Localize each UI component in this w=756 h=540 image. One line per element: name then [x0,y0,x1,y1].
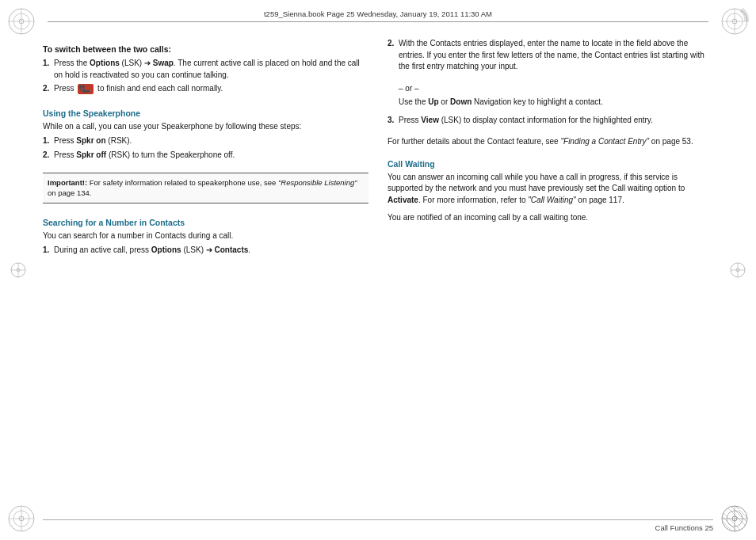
left-column: To switch between the two calls: 1. Pres… [43,38,368,508]
searching-item-1: 1. During an active call, press Options … [54,245,368,257]
page: t259_Sienna.book Page 25 Wednesday, Janu… [0,0,756,540]
use-line: Use the Up or Down Navigation key to hig… [399,97,713,108]
or-line: – or – [399,83,713,95]
call-waiting-para1: You can answer an incoming call while yo… [388,172,713,207]
svg-line-27 [722,521,732,531]
switch-calls-title: To switch between the two calls: [43,44,368,54]
corner-decoration-tl [6,6,36,36]
speakerphone-title: Using the Speakerphone [43,108,368,118]
phone-icon: 📞 [78,84,94,94]
important-label: Important!: [48,178,87,187]
corner-decoration-br [720,504,750,534]
important-text: For safety information related to speake… [48,178,357,197]
content-area: To switch between the two calls: 1. Pres… [43,38,713,508]
important-box: Important!: For safety information relat… [43,173,368,203]
call-waiting-para2: You are notified of an incoming call by … [388,212,713,224]
footer-right: Call Functions 25 [655,523,713,532]
contacts-item-3: 3. Press View (LSK) to display contact i… [399,115,713,127]
switch-calls-list: 1. Press the Options (LSK) ➔ Swap. The c… [54,58,368,97]
searching-intro: You can search for a number in Contacts … [43,230,368,242]
contacts-item-2-text: With the Contacts entries displayed, ent… [399,39,704,70]
corner-decoration-bl [6,504,36,534]
mid-right-decoration [729,261,746,279]
contacts-item-2: 2. With the Contacts entries displayed, … [399,38,713,73]
corner-decoration-tr [720,6,750,36]
further-details: For further details about the Contact fe… [388,136,713,148]
switch-item-1: 1. Press the Options (LSK) ➔ Swap. The c… [54,58,368,81]
spkr-item-2: 2. Press Spkr off (RSK) to turn the Spea… [54,150,368,162]
mid-left-decoration [10,261,27,279]
top-bar: t259_Sienna.book Page 25 Wednesday, Janu… [48,10,708,22]
call-waiting-title: Call Waiting [388,159,713,169]
speakerphone-intro: While on a call, you can use your Speake… [43,121,368,133]
contacts-list-2: 3. Press View (LSK) to display contact i… [399,115,713,129]
top-bar-text: t259_Sienna.book Page 25 Wednesday, Janu… [264,10,492,18]
contacts-list: 2. With the Contacts entries displayed, … [399,38,713,78]
spkr-item-1: 1. Press Spkr on (RSK). [54,135,368,147]
footer: Call Functions 25 [43,519,713,532]
switch-item-2: 2. Press 📞 to finish and end each call n… [54,83,368,95]
searching-list: 1. During an active call, press Options … [54,245,368,259]
searching-title: Searching for a Number in Contacts [43,218,368,227]
right-column: 2. With the Contacts entries displayed, … [388,38,713,508]
speakerphone-list: 1. Press Spkr on (RSK). 2. Press Spkr of… [54,135,368,163]
